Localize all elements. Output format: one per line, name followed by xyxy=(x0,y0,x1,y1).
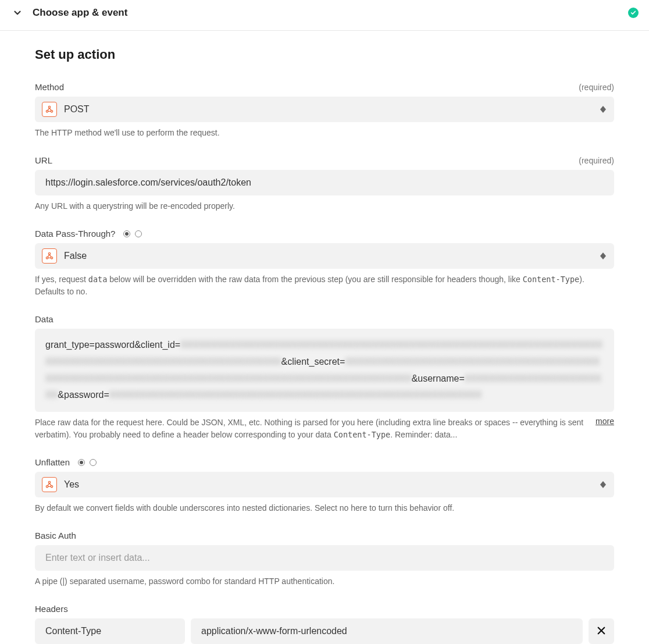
more-link[interactable]: more xyxy=(595,417,614,426)
svg-marker-14 xyxy=(600,485,606,488)
step-header[interactable]: Choose app & event xyxy=(0,0,649,31)
radio-icon[interactable] xyxy=(78,459,85,466)
url-help: Any URL with a querystring will be re-en… xyxy=(35,200,614,212)
headers-label: Headers xyxy=(35,604,68,614)
pass-through-help: If yes, request data below will be overr… xyxy=(35,273,614,298)
svg-point-2 xyxy=(48,106,50,108)
unflatten-label: Unflatten xyxy=(35,457,97,467)
field-basic-auth: Basic Auth Enter text or insert data... … xyxy=(35,531,614,588)
url-input[interactable]: https://login.salesforce.com/services/oa… xyxy=(35,170,614,195)
radio-icon[interactable] xyxy=(90,459,97,466)
sort-arrows-icon xyxy=(600,252,606,259)
method-value: POST xyxy=(64,104,90,115)
sort-arrows-icon xyxy=(600,481,606,488)
field-data: Data grant_type=password&client_id=XXXXX… xyxy=(35,314,614,441)
method-help: The HTTP method we'll use to perform the… xyxy=(35,127,614,139)
webhook-app-icon xyxy=(42,477,57,492)
header-row: Content-Type application/x-www-form-urle… xyxy=(35,618,614,644)
url-value: https://login.salesforce.com/services/oa… xyxy=(45,177,251,188)
pass-through-value: False xyxy=(64,251,87,261)
url-required: (required) xyxy=(579,156,614,165)
radio-icon[interactable] xyxy=(135,230,142,237)
method-required: (required) xyxy=(579,83,614,92)
svg-point-12 xyxy=(48,482,50,483)
unflatten-value: Yes xyxy=(64,479,79,490)
field-method: Method (required) POST The HTTP method w… xyxy=(35,82,614,139)
field-pass-through: Data Pass-Through? False If ye xyxy=(35,229,614,298)
pass-through-select[interactable]: False xyxy=(35,243,614,269)
step-header-title: Choose app & event xyxy=(33,7,628,19)
data-label: Data xyxy=(35,314,54,324)
field-url: URL (required) https://login.salesforce.… xyxy=(35,155,614,212)
method-label: Method xyxy=(35,82,64,92)
chevron-down-icon xyxy=(10,6,24,20)
webhook-app-icon xyxy=(42,248,57,264)
unflatten-select[interactable]: Yes xyxy=(35,472,614,497)
radio-icon[interactable] xyxy=(123,230,130,237)
close-icon xyxy=(596,625,607,638)
url-label: URL xyxy=(35,155,52,165)
unflatten-help: By default we convert fields with double… xyxy=(35,502,614,514)
basic-auth-label: Basic Auth xyxy=(35,531,76,540)
redacted-text: XXXXXXXXXXXXXXXXXXXXXXXXXXXXXXXXXXXXXXXX… xyxy=(109,390,482,400)
basic-auth-placeholder: Enter text or insert data... xyxy=(45,553,150,563)
section-title: Set up action xyxy=(35,47,614,62)
method-select[interactable]: POST xyxy=(35,97,614,122)
field-headers: Headers Content-Type application/x-www-f… xyxy=(35,604,614,644)
check-complete-icon xyxy=(628,8,639,18)
remove-header-button[interactable] xyxy=(589,618,614,644)
basic-auth-input[interactable]: Enter text or insert data... xyxy=(35,545,614,571)
pass-through-label: Data Pass-Through? xyxy=(35,229,142,239)
svg-point-7 xyxy=(48,252,50,254)
data-help: Place raw data for the request here. Cou… xyxy=(35,417,586,441)
svg-marker-4 xyxy=(600,109,606,113)
data-input[interactable]: grant_type=password&client_id=XXXXXXXXXX… xyxy=(35,329,614,412)
field-unflatten: Unflatten Yes By default we convert fie xyxy=(35,457,614,514)
header-value-input[interactable]: application/x-www-form-urlencoded xyxy=(191,618,583,644)
webhook-app-icon xyxy=(42,102,57,117)
basic-auth-help: A pipe (|) separated username, password … xyxy=(35,575,614,588)
svg-marker-9 xyxy=(600,256,606,259)
header-key-input[interactable]: Content-Type xyxy=(35,618,185,644)
sort-arrows-icon xyxy=(600,106,606,113)
